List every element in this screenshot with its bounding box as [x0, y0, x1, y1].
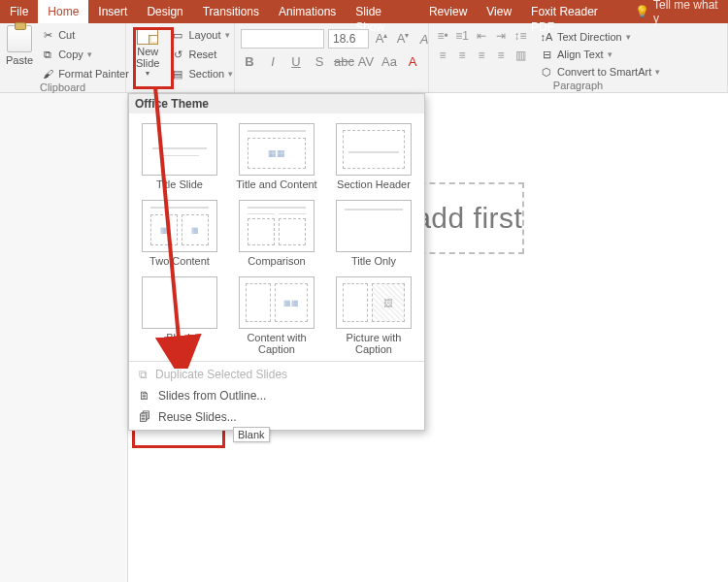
align-center-icon[interactable]: ≡ [454, 48, 470, 62]
blank-tooltip: Blank [233, 427, 270, 442]
layout-icon: ▭ [171, 28, 184, 42]
reuse-slides-menu[interactable]: 🗐Reuse Slides... [139, 410, 414, 424]
section-icon: ▤ [171, 67, 184, 81]
align-text-icon: ⊟ [540, 48, 553, 61]
layout-comparison[interactable]: Comparison [234, 200, 319, 267]
layout-two-content[interactable]: ▦▦ Two Content [137, 200, 222, 267]
slide-thumbnails-panel[interactable] [0, 93, 128, 582]
copy-label: Copy [58, 48, 83, 60]
reset-icon: ↺ [171, 48, 184, 61]
font-size-value: 18.6 [333, 32, 355, 46]
line-spacing-icon[interactable]: ↕≡ [513, 29, 528, 43]
underline-button[interactable]: U [287, 54, 305, 69]
italic-button[interactable]: I [264, 54, 281, 69]
columns-icon[interactable]: ▥ [513, 48, 528, 62]
layout-two-content-label: Two Content [149, 255, 210, 267]
font-size-select[interactable]: 18.6 [328, 29, 369, 48]
layout-title-only-label: Title Only [351, 255, 396, 267]
copy-button[interactable]: ⧉Copy▾ [39, 47, 131, 62]
increase-font-icon[interactable]: A▴ [373, 31, 390, 46]
strike-button[interactable]: abc [334, 54, 351, 69]
cut-button[interactable]: ✂Cut [39, 27, 131, 43]
indent-increase-icon[interactable]: ⇥ [493, 29, 509, 43]
chevron-down-icon: ▾ [146, 70, 149, 79]
format-painter-button[interactable]: 🖌Format Painter [39, 66, 131, 81]
layout-content-caption-label: Content with Caption [247, 332, 306, 355]
copy-icon: ⧉ [41, 48, 54, 61]
duplicate-slides-menu: ⧉Duplicate Selected Slides [139, 368, 414, 381]
font-family-select[interactable] [241, 29, 324, 48]
layout-content-caption[interactable]: ▦▦ Content with Caption [234, 276, 319, 355]
smartart-button[interactable]: ⬡Convert to SmartArt▾ [538, 64, 662, 80]
font-color-button[interactable]: A [404, 54, 421, 69]
group-paragraph: ≡• ≡1 ⇤ ⇥ ↕≡ ≡ ≡ ≡ ≡ ▥ ↕AText Direction▾… [429, 23, 728, 92]
layout-title-only[interactable]: Title Only [331, 200, 416, 267]
cut-label: Cut [58, 29, 75, 41]
layout-picture-caption[interactable]: 🖼 Picture with Caption [331, 276, 416, 355]
layout-section-header[interactable]: Section Header [331, 123, 416, 190]
tab-review[interactable]: Review [419, 0, 477, 23]
layout-title-slide[interactable]: Title Slide [137, 123, 222, 190]
tab-view[interactable]: View [477, 0, 521, 23]
tell-me-label: Tell me what y [653, 0, 720, 25]
smartart-label: Convert to SmartArt [557, 66, 651, 78]
tab-transitions[interactable]: Transitions [193, 0, 269, 23]
text-direction-button[interactable]: ↕AText Direction▾ [538, 29, 662, 45]
tab-home[interactable]: Home [38, 0, 88, 23]
shadow-button[interactable]: S [311, 54, 328, 69]
format-painter-label: Format Painter [58, 68, 129, 80]
numbering-icon[interactable]: ≡1 [454, 29, 470, 43]
clipboard-icon [7, 25, 32, 52]
tab-file[interactable]: File [0, 0, 38, 23]
align-right-icon[interactable]: ≡ [474, 48, 489, 62]
new-slide-icon [137, 27, 158, 45]
tab-foxit[interactable]: Foxit Reader PDF [521, 0, 627, 23]
duplicate-icon: ⧉ [139, 368, 148, 381]
layout-comparison-label: Comparison [248, 255, 305, 267]
scissors-icon: ✂ [41, 28, 54, 42]
reuse-slides-label: Reuse Slides... [158, 410, 237, 424]
change-case-button[interactable]: Aa [381, 54, 398, 69]
text-direction-icon: ↕A [540, 30, 553, 44]
tab-design[interactable]: Design [137, 0, 192, 23]
indent-decrease-icon[interactable]: ⇤ [474, 29, 489, 43]
font-group-label [241, 90, 422, 92]
char-spacing-button[interactable]: AV [357, 54, 375, 69]
layout-title-slide-label: Title Slide [156, 178, 203, 190]
align-left-icon[interactable]: ≡ [435, 48, 450, 62]
align-text-button[interactable]: ⊟Align Text▾ [538, 47, 662, 62]
new-slide-button[interactable]: New Slide ▾ [132, 25, 163, 81]
new-slide-label: New Slide [136, 46, 159, 69]
tab-animations[interactable]: Animations [269, 0, 346, 23]
group-slides: New Slide ▾ ▭Layout▾ ↺Reset ▤Section▾ [126, 23, 235, 92]
ribbon-tabs: File Home Insert Design Transitions Anim… [0, 0, 728, 23]
paragraph-group-label: Paragraph [435, 80, 721, 93]
section-label: Section [188, 68, 224, 80]
layout-title-content-label: Title and Content [236, 178, 316, 190]
bold-button[interactable]: B [241, 54, 258, 69]
ribbon-home: Paste ✂Cut ⧉Copy▾ 🖌Format Painter Clipbo… [0, 23, 728, 93]
paste-button[interactable]: Paste [6, 25, 33, 66]
tab-insert[interactable]: Insert [88, 0, 137, 23]
layout-title-content[interactable]: ▦▦ Title and Content [234, 123, 319, 190]
layout-blank[interactable]: Blank [137, 276, 222, 355]
tab-slideshow[interactable]: Slide Show [346, 0, 419, 23]
reuse-icon: 🗐 [139, 410, 150, 424]
decrease-font-icon[interactable]: A▾ [394, 31, 412, 46]
layout-button[interactable]: ▭Layout▾ [169, 27, 235, 43]
slides-from-outline-menu[interactable]: 🗎Slides from Outline... [139, 389, 414, 403]
group-font: 18.6 A▴ A▾ A B I U S abc AV Aa A [235, 23, 429, 92]
paste-label: Paste [6, 54, 33, 66]
align-text-label: Align Text [557, 48, 604, 60]
reset-button[interactable]: ↺Reset [169, 47, 235, 62]
new-slide-gallery: Office Theme Title Slide ▦▦ Title and Co… [128, 93, 425, 431]
smartart-icon: ⬡ [540, 65, 553, 79]
slides-from-outline-label: Slides from Outline... [158, 389, 266, 403]
reset-label: Reset [188, 48, 216, 60]
tell-me-search[interactable]: 💡 Tell me what y [627, 0, 728, 23]
bullets-icon[interactable]: ≡• [435, 29, 450, 43]
justify-icon[interactable]: ≡ [493, 48, 509, 62]
layout-label: Layout [188, 29, 220, 41]
outline-icon: 🗎 [139, 389, 150, 403]
section-button[interactable]: ▤Section▾ [169, 66, 235, 81]
